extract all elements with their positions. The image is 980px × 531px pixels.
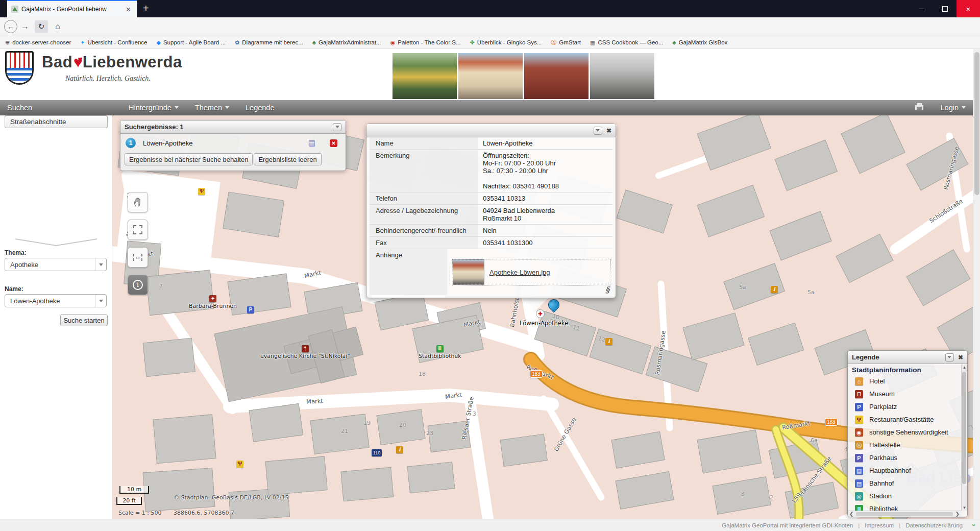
poi-icon[interactable]: P: [247, 306, 254, 313]
login-menu[interactable]: Login: [941, 104, 966, 112]
scroll-right-icon[interactable]: ❯: [954, 511, 961, 517]
poi-icon[interactable]: i: [771, 286, 778, 293]
scrollbar-thumb[interactable]: [974, 52, 979, 195]
scrollbar-thumb[interactable]: [856, 512, 952, 516]
poi-icon[interactable]: †: [302, 345, 309, 352]
map-poi[interactable]: i: [771, 284, 778, 293]
attachment-link[interactable]: Apotheke-Löwen.jpg: [489, 269, 550, 276]
poi-icon[interactable]: Ψ: [236, 461, 243, 468]
forward-button[interactable]: →: [17, 22, 33, 31]
result-remove-icon[interactable]: ✕: [330, 139, 337, 147]
nav-suchen[interactable]: Suchen: [0, 104, 112, 112]
bookmark-item[interactable]: ♣ GajaMatrix GisBox: [672, 39, 727, 45]
close-icon[interactable]: ✖: [958, 354, 963, 361]
collapse-button[interactable]: [333, 123, 341, 131]
clear-results-button[interactable]: Ergebnisliste leeren: [254, 153, 321, 165]
scroll-left-icon[interactable]: ❮: [848, 511, 855, 517]
poi-label: Barbara-Brunnen: [189, 303, 237, 309]
map-poi[interactable]: ✦ Barbara-Brunnen: [189, 293, 237, 309]
map-poi[interactable]: 183: [825, 417, 838, 426]
scroll-up-icon[interactable]: ▲: [962, 365, 967, 370]
result-row[interactable]: 1 Löwen-Apotheke ▤ ✕: [120, 134, 346, 150]
poi-icon[interactable]: 110: [372, 449, 382, 456]
suche-starten-button[interactable]: Suche starten: [60, 314, 108, 326]
poi-icon[interactable]: Ⅲ: [436, 345, 444, 352]
popup-header[interactable]: ✖: [366, 124, 616, 137]
poi-icon[interactable]: 183: [530, 370, 543, 378]
legend-vertical-scrollbar[interactable]: ▲ ▼: [961, 365, 967, 511]
bookmark-item[interactable]: ▦ CSS Cookbook — Geo...: [590, 39, 663, 45]
house-number: 3: [741, 491, 745, 497]
scrollbar-thumb[interactable]: [962, 372, 966, 484]
bookmark-item[interactable]: ✤ Überblick - Gingko Sys...: [470, 39, 542, 45]
map-poi[interactable]: 110: [372, 447, 382, 456]
pan-tool-button[interactable]: [128, 192, 148, 212]
page-scrollbar[interactable]: [973, 49, 980, 519]
search-results-panel: Suchergebnisse: 1 1 Löwen-Apotheke ▤ ✕ E…: [120, 120, 346, 171]
bookmark-item[interactable]: ✦ Übersicht - Confluence: [80, 39, 147, 45]
zoom-box-tool-button[interactable]: [128, 220, 148, 240]
nav-hintergruende[interactable]: Hintergründe: [129, 104, 179, 112]
footer-collapse-icon[interactable]: ›: [970, 524, 977, 526]
footer-impressum-link[interactable]: Impressum: [865, 522, 894, 528]
results-panel-header[interactable]: Suchergebnisse: 1: [120, 120, 346, 134]
browser-tab[interactable]: GajaMatrix - GeoPortal liebenw ✕: [7, 0, 137, 17]
legend-item-label: Haltestelle: [869, 441, 900, 449]
info-tool-button[interactable]: i: [128, 275, 148, 295]
scroll-down-icon[interactable]: ▼: [962, 505, 967, 510]
map-attribution: © Stadtplan: GeoBasis-DE/LGB, LV 02/15: [174, 494, 289, 501]
footer-datenschutz-link[interactable]: Datenschutzerklärung: [905, 522, 963, 528]
back-button[interactable]: ←: [4, 20, 17, 33]
map-poi[interactable]: Ⅲ Stadtbibliothek: [419, 343, 461, 359]
popup-row-label: Adresse / Lagebezeichnung: [370, 205, 478, 224]
map-canvas[interactable]: Bad Lieb MarktMarktMarktMarktMarktMarktR…: [112, 115, 980, 519]
legend-title: Legende: [852, 353, 943, 361]
map-poi[interactable]: † evangelische Kirche "St.Nikolai": [260, 343, 350, 359]
sidebar-category-button[interactable]: Straßenabschnitte: [5, 115, 108, 128]
name-select[interactable]: Löwen-Apotheke: [5, 294, 107, 307]
popup-attachment-row: Anhänge Apotheke-Löwen.jpg: [370, 249, 612, 295]
window-close-button[interactable]: ×: [957, 0, 980, 17]
map-poi[interactable]: 183: [530, 369, 543, 378]
portal-navbar: Suchen Hintergründe Themen Legende Login: [0, 100, 980, 115]
map-poi[interactable]: Ψ: [198, 186, 205, 195]
nav-legende[interactable]: Legende: [246, 104, 274, 112]
bookmark-item[interactable]: ⊕ docker-server-chooser: [5, 39, 71, 45]
keep-results-button[interactable]: Ergebnisse bei nächster Suche behalten: [125, 153, 253, 165]
poi-icon[interactable]: ✦: [209, 295, 216, 302]
bookmark-item[interactable]: Ⓐ GmStart: [551, 39, 581, 45]
nav-themen[interactable]: Themen: [195, 104, 229, 112]
poi-icon[interactable]: Ψ: [198, 188, 205, 195]
map-poi[interactable]: i: [605, 336, 612, 345]
bookmark-item[interactable]: ◆ Support - Agile Board ...: [156, 39, 226, 45]
attachment-thumbnail[interactable]: [453, 259, 484, 285]
close-icon[interactable]: ✖: [606, 127, 611, 134]
house-number: 18: [419, 371, 426, 377]
new-tab-button[interactable]: +: [137, 0, 155, 17]
attachment-box[interactable]: Apotheke-Löwen.jpg: [452, 259, 610, 285]
map-poi[interactable]: P: [247, 304, 254, 313]
permalink-icon[interactable]: §: [605, 285, 609, 295]
bookmark-item[interactable]: ♣ GajaMatrixAdministrat...: [312, 39, 381, 45]
print-icon[interactable]: [915, 105, 923, 110]
legend-header[interactable]: Legende ✖: [848, 351, 967, 364]
poi-icon[interactable]: 183: [825, 418, 838, 426]
collapse-button[interactable]: [945, 353, 954, 361]
window-minimize-button[interactable]: [910, 0, 933, 17]
bookmark-item[interactable]: ◉ Paletton - The Color S...: [390, 39, 461, 45]
section-notch: [10, 238, 102, 247]
home-button[interactable]: ⌂: [50, 22, 65, 31]
collapse-button[interactable]: [594, 127, 602, 135]
window-maximize-button[interactable]: [933, 0, 957, 17]
thema-select[interactable]: Apotheke: [5, 258, 107, 271]
reload-button[interactable]: ↻: [35, 20, 48, 33]
result-table-icon[interactable]: ▤: [308, 138, 315, 148]
poi-icon[interactable]: i: [396, 446, 403, 453]
legend-horizontal-scrollbar[interactable]: ❮ ❯: [848, 511, 961, 517]
measure-tool-button[interactable]: ↔: [128, 247, 148, 268]
map-poi[interactable]: i: [396, 444, 403, 453]
map-poi[interactable]: Ψ: [236, 458, 243, 468]
tab-close-icon[interactable]: ✕: [124, 6, 133, 13]
bookmark-item[interactable]: ✿ Diagramme mit berec...: [235, 39, 303, 45]
poi-icon[interactable]: i: [605, 338, 612, 345]
